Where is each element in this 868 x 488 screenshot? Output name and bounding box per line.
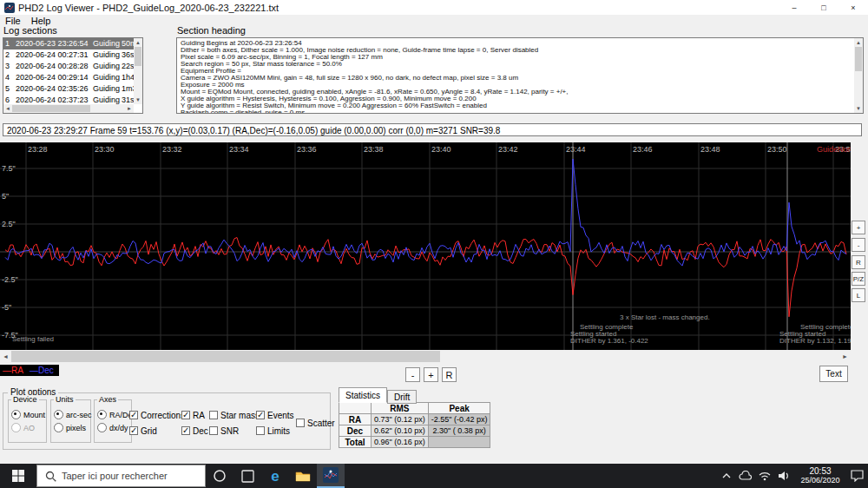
window-title: PHD2 Log Viewer - PHD2_GuideLog_2020-06-… <box>18 3 279 13</box>
chart-nav-buttons: -+R <box>405 367 459 382</box>
volume-icon[interactable] <box>774 464 793 488</box>
checkbox-label: Corrections <box>141 411 185 420</box>
log-row-c-dur: 22s <box>122 61 134 72</box>
scroll-right-icon[interactable]: ► <box>125 104 134 113</box>
svg-text:2.5": 2.5" <box>2 220 16 228</box>
minimize-button[interactable]: – <box>779 0 809 15</box>
taskbar-search[interactable] <box>36 465 206 487</box>
edge-taskbar-icon[interactable]: e <box>261 464 289 488</box>
plot-options-panel: Plot options DeviceMountAOUnitsarc-secpi… <box>3 392 331 450</box>
tab-statistics[interactable]: Statistics <box>339 387 387 403</box>
svg-text:23:34: 23:34 <box>229 145 249 154</box>
checkbox-label: Grid <box>141 426 157 436</box>
chart-side-controls: +-RP/ZL <box>851 142 868 362</box>
scroll-down-icon[interactable]: ▼ <box>854 104 863 113</box>
log-list-vertical-scrollbar[interactable]: ▲ ▼ <box>134 38 142 104</box>
nav-button-plus[interactable]: + <box>424 367 438 382</box>
onedrive-cloud-icon[interactable] <box>736 464 755 488</box>
checkbox-corrections[interactable]: Corrections <box>129 407 185 423</box>
folder-icon <box>295 470 311 482</box>
cortana-icon <box>213 469 227 483</box>
statistics-tabs: StatisticsDrift <box>339 387 490 402</box>
scrollbar-thumb[interactable] <box>12 105 90 112</box>
checkbox-star-mass[interactable]: Star mass <box>209 407 260 423</box>
chart-button-l[interactable]: L <box>852 288 865 302</box>
action-center-icon[interactable] <box>847 464 866 488</box>
search-icon <box>45 471 56 482</box>
scroll-right-icon[interactable]: ► <box>839 351 851 362</box>
section-heading-line: Backlash comp = disabled, pulse = 0 ms <box>181 109 854 113</box>
svg-text:23:46: 23:46 <box>633 145 653 154</box>
phd2-taskbar-icon[interactable] <box>317 464 345 488</box>
checkbox-grid[interactable]: Grid <box>129 423 185 439</box>
text-button[interactable]: Text <box>819 366 848 382</box>
scroll-left-icon[interactable]: ◄ <box>0 351 11 362</box>
checkbox-scatter[interactable]: Scatter <box>296 415 335 431</box>
checkbox-limits[interactable]: Limits <box>256 423 294 439</box>
svg-text:23:42: 23:42 <box>498 145 518 154</box>
taskbar-clock[interactable]: 20:53 25/06/2020 <box>793 466 847 485</box>
chart-button-r[interactable]: R <box>852 255 865 269</box>
checkbox-ra[interactable]: RA <box>181 407 208 423</box>
log-row-c-dur: 31s <box>122 95 134 104</box>
checkbox-snr[interactable]: SNR <box>209 423 260 439</box>
nav-button-refresh[interactable]: R <box>442 367 457 382</box>
phd2-app-icon <box>323 467 339 483</box>
svg-text:23:40: 23:40 <box>431 145 451 154</box>
log-section-row[interactable]: 32020-06-24 00:28:28Guiding22s <box>3 61 134 72</box>
log-row-c-dur: 50m2 <box>122 38 134 49</box>
checkbox-dec[interactable]: Dec <box>181 423 208 439</box>
task-view-button[interactable] <box>233 464 261 488</box>
titlebar[interactable]: PHD2 Log Viewer - PHD2_GuideLog_2020-06-… <box>0 0 868 15</box>
clock-time: 20:53 <box>793 466 847 476</box>
svg-text:23:44: 23:44 <box>566 145 586 154</box>
tray-chevron-icon[interactable] <box>717 464 736 488</box>
log-list-horizontal-scrollbar[interactable]: ◄ ► <box>3 104 134 113</box>
checkbox-icon <box>296 419 305 427</box>
chart-button-[interactable]: - <box>852 238 865 252</box>
stats-peak-value: 2.30" ( 0.38 px) <box>428 425 490 437</box>
legend-ra: —RA <box>3 365 23 376</box>
scroll-up-icon[interactable]: ▲ <box>134 38 142 47</box>
search-input[interactable] <box>62 471 192 481</box>
log-row-c-dt: 2020-06-24 02:35:26 <box>16 83 93 95</box>
log-row-c-dur: 36s <box>122 49 134 61</box>
file-explorer-taskbar-icon[interactable] <box>289 464 317 488</box>
checkbox-icon <box>129 411 138 419</box>
scrollbar-thumb[interactable] <box>135 47 141 66</box>
checkbox-label: RA <box>193 411 205 420</box>
scroll-up-icon[interactable]: ▲ <box>854 38 863 47</box>
cortana-button[interactable] <box>206 464 233 488</box>
checkbox-events[interactable]: Events <box>256 407 294 423</box>
checkbox-icon <box>181 426 190 435</box>
chart-button-[interactable]: + <box>852 221 865 234</box>
chart-button-pz[interactable]: P/Z <box>852 272 865 286</box>
nav-button-minus[interactable]: - <box>405 367 420 382</box>
scroll-left-icon[interactable]: ◄ <box>3 104 12 113</box>
log-sections-label: Log sections <box>3 25 57 36</box>
maximize-button[interactable]: □ <box>809 0 838 15</box>
log-row-c-num: 3 <box>3 61 16 72</box>
tab-drift[interactable]: Drift <box>387 390 417 404</box>
close-button[interactable]: × <box>838 0 868 15</box>
checkbox-icon <box>181 411 190 419</box>
network-icon[interactable] <box>755 464 774 488</box>
scrollbar-thumb[interactable] <box>855 47 862 71</box>
scroll-down-icon[interactable]: ▼ <box>134 96 142 104</box>
checkbox-icon <box>209 411 218 419</box>
checkbox-label: Star mass <box>220 411 260 420</box>
guiding-chart[interactable]: 23:2823:3023:3223:3423:3623:3823:4023:42… <box>0 142 851 350</box>
svg-text:Settling failed: Settling failed <box>12 335 54 343</box>
section-heading-label: Section heading <box>177 25 246 36</box>
log-section-row[interactable]: 52020-06-24 02:35:26Guiding1m34 <box>3 83 134 95</box>
log-section-row[interactable]: 42020-06-24 00:29:14Guiding1h48m <box>3 72 134 83</box>
section-vertical-scrollbar[interactable]: ▲ ▼ <box>854 38 863 113</box>
scrollbar-thumb[interactable] <box>11 351 440 362</box>
log-section-row[interactable]: 22020-06-24 00:27:31Guiding36s <box>3 49 134 61</box>
chart-horizontal-scrollbar[interactable]: ◄ ► <box>0 351 851 362</box>
stats-row-label: RA <box>339 414 372 425</box>
log-row-c-dt: 2020-06-24 00:29:14 <box>16 72 93 83</box>
log-section-row[interactable]: 62020-06-24 02:37:23Guiding31s <box>3 95 134 104</box>
start-button[interactable] <box>0 464 36 488</box>
log-section-row[interactable]: 12020-06-23 23:26:54Guiding50m2 <box>3 38 134 49</box>
